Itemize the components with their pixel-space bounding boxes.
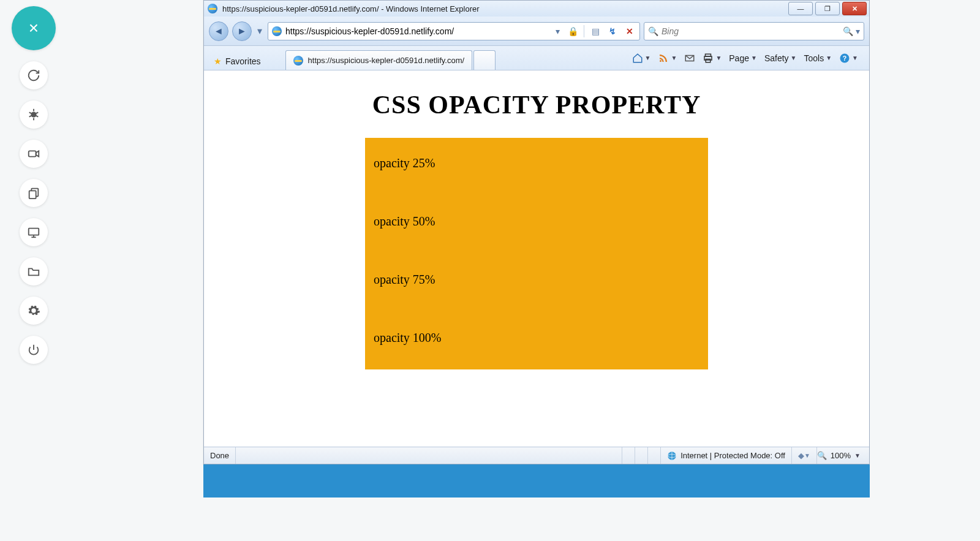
search-provider-dropdown[interactable]: ▾ (856, 26, 860, 36)
taskbar (203, 464, 870, 497)
ie-logo-icon (208, 4, 217, 13)
lock-icon[interactable]: 🔒 (567, 25, 579, 37)
folder-icon (27, 265, 40, 278)
power-icon (27, 343, 40, 357)
security-zone[interactable]: Internet | Protected Mode: Off (661, 447, 792, 464)
nav-toolbar: ◄ ► ▾ ▾ 🔒 ▤ ↯ ✕ 🔍 🔍 ▾ (204, 17, 869, 46)
svg-rect-10 (29, 191, 36, 199)
svg-line-3 (29, 112, 32, 113)
home-button[interactable]: ▼ (630, 50, 654, 66)
background (870, 0, 907, 541)
site-icon (272, 26, 282, 36)
opacity-line: opacity 50% (374, 214, 699, 229)
print-icon (703, 53, 714, 64)
page-menu[interactable]: Page▼ (726, 51, 760, 66)
video-button[interactable] (20, 140, 48, 168)
power-button[interactable] (20, 336, 48, 364)
opacity-box: opacity 25% opacity 50% opacity 75% opac… (365, 138, 708, 369)
zoom-level: 100% (831, 451, 851, 460)
zoom-dropdown[interactable]: ▼ (854, 452, 861, 459)
maximize-button[interactable]: ❐ (815, 2, 840, 15)
titlebar: https://suspicious-kepler-d0591d.netlify… (204, 1, 869, 17)
svg-point-0 (31, 112, 36, 117)
zoom-control[interactable]: 🔍 100% ▼ (817, 451, 869, 460)
nav-history-dropdown[interactable]: ▾ (255, 27, 264, 36)
page-content: CSS OPACITY PROPERTY opacity 25% opacity… (204, 72, 869, 445)
rss-icon (658, 53, 669, 64)
favorites-label: Favorites (225, 56, 261, 66)
page-heading: CSS OPACITY PROPERTY (204, 90, 869, 119)
feeds-button[interactable]: ▼ (655, 50, 679, 66)
settings-button[interactable] (20, 297, 48, 325)
svg-marker-8 (36, 151, 39, 156)
address-dropdown[interactable]: ▾ (553, 27, 562, 36)
popup-blocker-button[interactable]: ◆ ▼ (792, 447, 817, 464)
address-bar[interactable]: ▾ 🔒 ▤ ↯ ✕ (268, 22, 640, 40)
status-text: Done (204, 447, 236, 464)
help-icon: ? (839, 53, 850, 64)
search-go-button[interactable]: 🔍 (843, 26, 853, 36)
browser-tab[interactable]: https://suspicious-kepler-d0591d.netlify… (285, 50, 473, 70)
svg-line-6 (36, 116, 39, 117)
gear-icon (27, 304, 40, 317)
display-icon (27, 225, 40, 239)
address-bar-controls: ▾ 🔒 ▤ ↯ ✕ (553, 25, 636, 37)
star-icon: ★ (214, 56, 222, 66)
globe-icon (667, 451, 677, 461)
bug-button[interactable] (20, 100, 48, 129)
svg-rect-7 (29, 151, 36, 156)
clipboard-icon (27, 186, 40, 200)
address-input[interactable] (285, 26, 549, 36)
tools-menu[interactable]: Tools▼ (802, 51, 835, 66)
back-button[interactable]: ◄ (209, 21, 228, 41)
home-icon (632, 53, 643, 64)
search-icon: 🔍 (648, 26, 658, 36)
opacity-line: opacity 25% (374, 156, 699, 170)
svg-point-14 (660, 60, 662, 62)
svg-line-5 (29, 116, 32, 117)
help-button[interactable]: ?▼ (837, 50, 861, 66)
svg-rect-11 (29, 229, 39, 235)
close-session-button[interactable]: × (12, 6, 56, 50)
status-bar: Done Internet | Protected Mode: Off ◆ ▼ … (204, 447, 869, 464)
search-input[interactable] (662, 26, 839, 36)
folder-button[interactable] (20, 257, 48, 286)
video-icon (27, 147, 40, 161)
favorites-button[interactable]: ★ Favorites (208, 53, 267, 70)
tab-row: ★ Favorites https://suspicious-kepler-d0… (204, 46, 869, 70)
window-title: https://suspicious-kepler-d0591d.netlify… (222, 4, 480, 13)
display-button[interactable] (20, 218, 48, 246)
forward-button[interactable]: ► (232, 21, 252, 41)
ie-window: https://suspicious-kepler-d0591d.netlify… (203, 0, 870, 464)
search-box[interactable]: 🔍 🔍 ▾ (644, 22, 864, 40)
stop-button[interactable]: ✕ (624, 25, 636, 37)
new-tab-button[interactable] (473, 50, 496, 70)
print-button[interactable]: ▼ (700, 50, 724, 66)
mail-icon (684, 53, 695, 64)
compat-view-icon[interactable]: ▤ (589, 25, 601, 37)
opacity-line: opacity 100% (374, 331, 699, 345)
clipboard-button[interactable] (20, 179, 48, 207)
sync-button[interactable] (20, 61, 48, 89)
command-bar: ▼ ▼ ▼ Page▼ Safety▼ Tools▼ ?▼ (630, 46, 865, 70)
safety-menu[interactable]: Safety▼ (762, 51, 799, 66)
refresh-button[interactable]: ↯ (606, 25, 619, 37)
zoom-icon: 🔍 (817, 451, 827, 460)
tab-title: https://suspicious-kepler-d0591d.netlify… (308, 56, 465, 65)
opacity-line: opacity 75% (374, 273, 699, 287)
svg-text:?: ? (843, 54, 846, 61)
window-controls: — ❐ ✕ (788, 2, 869, 15)
svg-line-4 (36, 112, 39, 113)
mail-button[interactable] (682, 50, 698, 66)
left-sidebar: × (0, 0, 67, 541)
tab-favicon (293, 56, 303, 66)
minimize-button[interactable]: — (788, 2, 813, 15)
sync-icon (27, 69, 40, 82)
bug-icon (27, 108, 40, 121)
close-window-button[interactable]: ✕ (842, 2, 867, 15)
x-icon: × (29, 18, 39, 38)
